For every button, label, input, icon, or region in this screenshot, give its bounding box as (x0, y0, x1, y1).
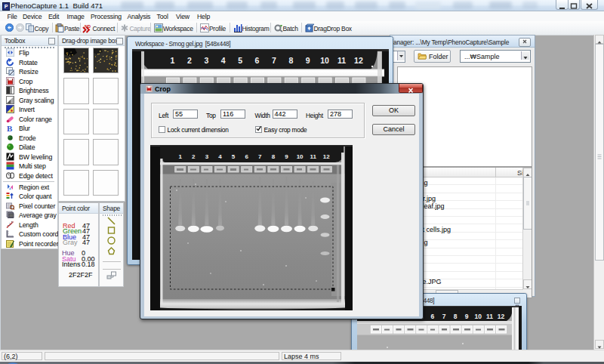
svg-text:3: 3 (205, 153, 209, 160)
svg-text:8: 8 (454, 313, 458, 320)
svg-text:9: 9 (465, 313, 469, 320)
svg-text:5: 5 (232, 153, 236, 160)
svg-text:11: 11 (486, 313, 493, 320)
svg-text:4: 4 (221, 56, 226, 65)
svg-text:4: 4 (218, 153, 222, 160)
svg-text:11: 11 (337, 56, 346, 65)
svg-text:B: B (7, 124, 13, 132)
svg-text:8: 8 (288, 56, 293, 65)
svg-text:7: 7 (272, 56, 276, 65)
svg-text:9: 9 (306, 56, 310, 65)
svg-text:1: 1 (178, 153, 182, 160)
svg-text:12: 12 (498, 313, 505, 320)
svg-text:11: 11 (310, 153, 316, 160)
svg-text:2: 2 (187, 56, 192, 65)
svg-text:1: 1 (171, 56, 175, 65)
svg-text:12: 12 (323, 153, 330, 160)
svg-text:10: 10 (320, 56, 329, 65)
svg-text:10: 10 (475, 313, 482, 320)
svg-text:2: 2 (192, 153, 196, 160)
svg-text:7: 7 (442, 313, 446, 320)
svg-text:9: 9 (285, 153, 288, 160)
svg-text:3: 3 (204, 56, 208, 65)
svg-text:6: 6 (255, 56, 260, 65)
svg-text:7: 7 (258, 153, 262, 160)
svg-text:10: 10 (297, 153, 304, 160)
svg-text:5: 5 (238, 56, 242, 65)
svg-text:6: 6 (245, 153, 248, 160)
svg-text:8: 8 (272, 153, 276, 160)
svg-text:12: 12 (354, 56, 363, 65)
svg-text:6: 6 (431, 313, 435, 320)
